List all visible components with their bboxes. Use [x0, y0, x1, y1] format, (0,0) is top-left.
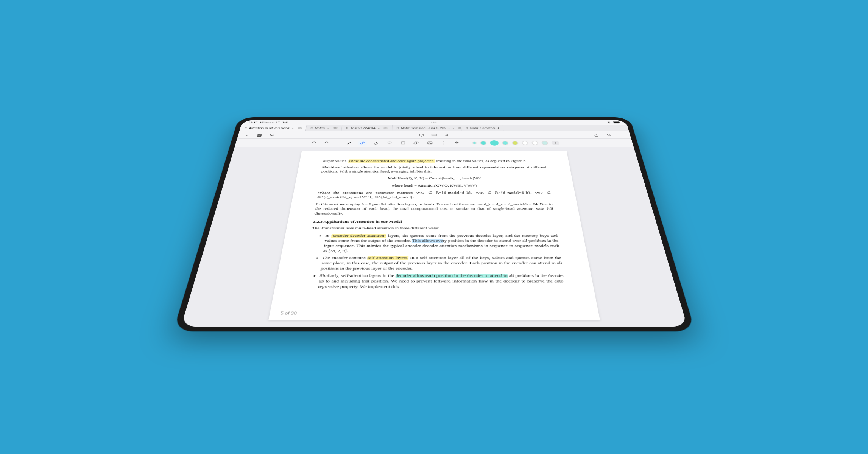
tab-notiz-1[interactable]: × Notiz Samstag, Juni 1, 202… ⌄ ▥: [392, 125, 461, 131]
tab-label: Notiz Samstag, J: [470, 127, 499, 129]
color-swatch[interactable]: [472, 141, 477, 144]
color-swatch[interactable]: [541, 141, 548, 145]
paragraph: Where the projections are parameter matr…: [316, 191, 551, 199]
grid-icon[interactable]: ▦: [255, 133, 263, 137]
highlight-blue: This allows eve: [412, 239, 443, 243]
document-page: output values. These are concatenated an…: [268, 151, 600, 320]
tab-notiz-2[interactable]: × Notiz Samstag, J: [461, 125, 503, 131]
pen-icon[interactable]: [344, 140, 354, 145]
canvas[interactable]: output values. These are concatenated an…: [181, 147, 687, 327]
tab-notes[interactable]: × Notes ⌄ ▥: [305, 125, 342, 131]
status-date: Mittwoch 17. Juli: [259, 121, 287, 124]
more-icon[interactable]: ⋯: [617, 133, 626, 137]
svg-point-31: [429, 142, 429, 143]
laser-icon[interactable]: [439, 140, 448, 145]
screen-front: 11:32 Mittwoch 17. Juli ••• × Attention …: [181, 120, 687, 327]
add-color-button[interactable]: +: [551, 141, 559, 145]
search-icon[interactable]: [268, 133, 276, 137]
color-swatch[interactable]: [502, 141, 508, 145]
svg-point-18: [420, 135, 421, 135]
svg-line-14: [272, 135, 274, 136]
battery-icon: [613, 121, 620, 124]
svg-point-13: [270, 134, 273, 135]
ipad-front: 11:32 Mittwoch 17. Juli ••• × Attention …: [173, 117, 695, 331]
redo-icon[interactable]: ↷: [322, 140, 331, 145]
equation: where headᵢ = Attention(QWᵢQ, KWᵢK, VWᵢV…: [318, 183, 549, 188]
close-icon[interactable]: ×: [310, 127, 313, 129]
highlight-yellow: These are concatenated and once again pr…: [348, 159, 435, 162]
chevron-down-icon[interactable]: ⌄: [452, 127, 455, 129]
paragraph: The Transformer uses multi-head attentio…: [312, 226, 556, 231]
highlight-yellow: self-attention layers.: [367, 256, 408, 260]
color-swatch-selected[interactable]: [489, 140, 499, 145]
svg-rect-19: [432, 134, 436, 135]
tab-label: Notiz Samstag, Juni 1, 202…: [401, 127, 450, 129]
close-icon[interactable]: ×: [465, 127, 468, 129]
status-time: 11:32: [248, 121, 258, 124]
paragraph: output values. These are concatenated an…: [323, 159, 545, 163]
svg-point-16: [421, 134, 421, 135]
sidebar-icon[interactable]: ▥: [333, 127, 337, 129]
page-number: 5 of 30: [280, 310, 297, 316]
tab-label: Attention is all you need: [248, 127, 289, 129]
lasso-icon[interactable]: [385, 140, 394, 145]
svg-rect-29: [401, 142, 405, 144]
color-swatch[interactable]: [511, 141, 518, 145]
tab-attention[interactable]: × Attention is all you need ⌄ ▥: [239, 125, 307, 131]
top-toolbar: ‹ ▦: [237, 131, 631, 139]
palette-icon[interactable]: [418, 133, 425, 137]
tab-label: Test 21224234: [350, 127, 376, 129]
chevron-down-icon[interactable]: ⌄: [327, 127, 330, 129]
keyboard-icon[interactable]: [430, 133, 438, 137]
ai-icon[interactable]: [452, 140, 461, 145]
sidebar-icon[interactable]: ▥: [383, 127, 388, 129]
bullet-list: In "encoder-decoder attention" layers, t…: [302, 233, 566, 290]
eraser-icon[interactable]: [372, 140, 381, 145]
multitask-indicator[interactable]: •••: [431, 121, 437, 124]
color-swatch[interactable]: [531, 141, 538, 145]
undo-icon[interactable]: ↶: [309, 140, 318, 145]
chevron-down-icon[interactable]: ⌄: [291, 127, 294, 129]
highlight-yellow: "encoder-decoder attention": [331, 234, 386, 238]
equation: MultiHead(Q, K, V) = Concat(head₁, …, he…: [320, 176, 549, 180]
highlighter-icon[interactable]: [358, 140, 367, 145]
tab-bar: × Attention is all you need ⌄ ▥ × Notes …: [239, 125, 629, 131]
paragraph: In this work we employ h = 8 parallel at…: [314, 202, 554, 216]
status-bar: 11:32 Mittwoch 17. Juli •••: [241, 120, 627, 125]
svg-rect-25: [446, 134, 447, 135]
paragraph: Multi-head attention allows the model to…: [321, 165, 547, 174]
svg-point-32: [443, 143, 444, 143]
section-heading: 3.2.3 Applications of Attention in our M…: [313, 219, 556, 224]
sidebar-icon[interactable]: ▥: [458, 127, 461, 129]
svg-point-15: [419, 134, 424, 136]
close-icon[interactable]: ×: [244, 127, 247, 129]
close-icon[interactable]: ×: [396, 127, 399, 129]
color-swatch[interactable]: [480, 141, 487, 145]
svg-rect-11: [614, 122, 619, 123]
list-item: In "encoder-decoder attention" layers, t…: [323, 233, 560, 253]
close-icon[interactable]: ×: [346, 127, 348, 129]
tool-row: ↶ ↷: [234, 139, 634, 147]
mic-icon[interactable]: [443, 133, 450, 137]
highlighter-swatches: +: [472, 140, 559, 145]
shape-icon[interactable]: [399, 140, 407, 145]
image-icon[interactable]: [425, 140, 434, 145]
tab-label: Notes: [315, 127, 325, 129]
back-button[interactable]: ‹: [242, 133, 251, 137]
chevron-down-icon[interactable]: ⌄: [377, 127, 380, 129]
share-icon[interactable]: [592, 133, 600, 137]
bookmark-icon[interactable]: [604, 133, 613, 137]
list-item: The encoder contains self-attention laye…: [320, 255, 563, 271]
list-item: Similarly, self-attention layers in the …: [318, 273, 566, 289]
attachment-icon[interactable]: [412, 140, 421, 145]
wifi-icon: [606, 121, 612, 124]
tab-test[interactable]: × Test 21224234 ⌄ ▥: [341, 125, 392, 131]
svg-point-28: [388, 142, 391, 143]
svg-point-17: [422, 134, 422, 135]
sidebar-icon[interactable]: ▥: [297, 127, 302, 129]
highlight-teal: decoder allow each position in the decod…: [395, 274, 508, 278]
color-swatch[interactable]: [521, 141, 528, 145]
